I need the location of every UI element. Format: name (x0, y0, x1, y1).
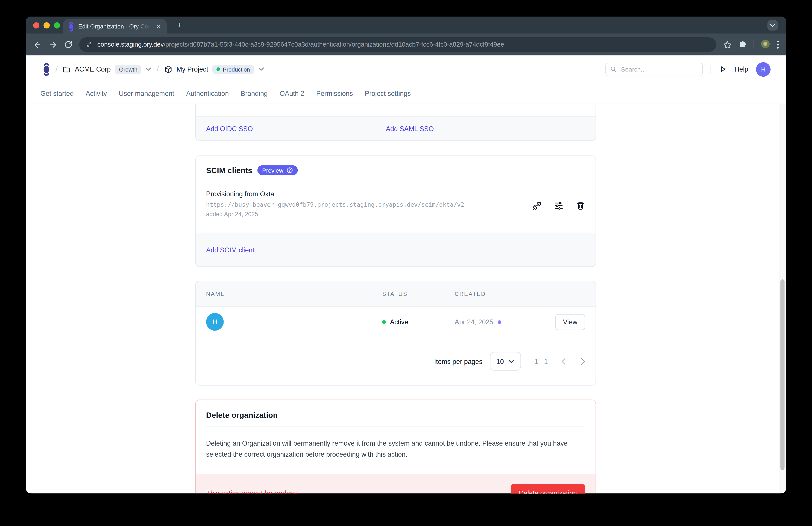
help-circle-icon (286, 167, 293, 174)
header-right-tools: Help H (606, 62, 770, 76)
sso-card-body (196, 104, 596, 117)
created-date: Apr 24, 2025 (455, 318, 493, 326)
scim-clients-card: SCIM clients Preview Provisioning from O… (195, 155, 596, 267)
zoom-window-button[interactable] (54, 22, 60, 28)
cannot-undo-warning: This action cannot be undone. (206, 489, 300, 494)
chevron-down-icon (146, 67, 151, 71)
items-per-page-label: Items per pages (434, 357, 482, 365)
macos-traffic-lights (33, 22, 60, 28)
scim-client-url: https://busy-beaver-gqwvd0fb79.projects.… (206, 201, 464, 209)
tab-title: Edit Organization - Ory Conso (78, 24, 151, 30)
close-window-button[interactable] (33, 22, 39, 28)
scim-clients-title: SCIM clients (206, 166, 252, 175)
search-input[interactable] (620, 65, 698, 73)
browser-toolbar: console.staging.ory.dev/projects/d087b7a… (26, 34, 786, 56)
tab-search-button[interactable] (767, 20, 778, 31)
workspace-plan-badge: Growth (115, 65, 142, 74)
tab-close-icon[interactable]: ✕ (156, 23, 162, 30)
page-size-select[interactable]: 10 (490, 352, 521, 371)
page-scrollbar[interactable] (779, 104, 786, 494)
breadcrumb-separator: / (55, 65, 58, 74)
next-page-icon[interactable] (581, 358, 585, 365)
browser-tab[interactable]: Edit Organization - Ory Conso ✕ (63, 19, 166, 34)
new-tab-button[interactable]: + (174, 20, 186, 31)
url-text: console.staging.ory.dev/projects/d087b7a… (97, 41, 504, 48)
breadcrumb-separator: / (157, 65, 159, 74)
play-icon[interactable] (719, 65, 727, 73)
project-selector[interactable]: My Project Production (164, 65, 264, 74)
forward-button[interactable] (49, 40, 58, 49)
nav-user-management[interactable]: User management (119, 89, 174, 97)
breadcrumb: / ACME Corp Growth / (42, 62, 264, 76)
test-connection-plug-icon[interactable] (533, 194, 542, 217)
preview-badge[interactable]: Preview (258, 166, 298, 175)
ory-favicon (68, 22, 74, 31)
status-label: Active (390, 318, 408, 326)
add-scim-client-link[interactable]: Add SCIM client (206, 246, 255, 254)
add-oidc-sso-link[interactable]: Add OIDC SSO (206, 125, 386, 132)
nav-authentication[interactable]: Authentication (186, 89, 229, 97)
delete-trash-icon[interactable] (576, 194, 585, 217)
site-info-icon[interactable] (85, 41, 93, 48)
nav-get-started[interactable]: Get started (40, 89, 74, 97)
extensions-puzzle-icon[interactable] (739, 40, 747, 49)
scim-client-name: Provisioning from Okta (206, 190, 464, 198)
nav-oauth2[interactable]: OAuth 2 (279, 89, 304, 97)
nav-branding[interactable]: Branding (241, 89, 267, 97)
url-domain: console.staging.ory.dev (97, 41, 164, 48)
help-link[interactable]: Help (734, 65, 748, 73)
pagination: Items per pages 10 1 - 1 (196, 338, 596, 385)
workspace-selector[interactable]: ACME Corp Growth (63, 65, 151, 74)
browser-window: Edit Organization - Ory Conso ✕ + (26, 17, 786, 493)
configure-sliders-icon[interactable] (554, 194, 563, 217)
minimize-window-button[interactable] (43, 22, 50, 28)
workspace-name: ACME Corp (75, 65, 111, 73)
search-icon (610, 66, 617, 73)
column-status: STATUS (382, 291, 455, 297)
production-dot (216, 67, 220, 71)
page-content: Add OIDC SSO Add SAML SSO SCIM clients P… (26, 104, 786, 494)
row-avatar: H (206, 313, 224, 331)
screen: Edit Organization - Ory Conso ✕ + (0, 0, 812, 526)
scim-card-footer: Add SCIM client (196, 233, 596, 266)
sso-card-footer: Add OIDC SSO Add SAML SSO (196, 117, 596, 140)
chevron-down-icon (258, 67, 264, 71)
app-header: / ACME Corp Growth / (26, 55, 786, 83)
delete-organization-description: Deleting an Organization will permanentl… (196, 427, 596, 473)
chevron-down-icon (509, 359, 514, 363)
project-name: My Project (176, 65, 208, 73)
bookmark-star-icon[interactable] (723, 40, 732, 49)
ory-logo[interactable] (42, 62, 50, 76)
back-button[interactable] (33, 40, 42, 49)
add-saml-sso-link[interactable]: Add SAML SSO (386, 125, 434, 132)
url-path: /projects/d087b7a1-55f3-440c-a3c9-929564… (164, 41, 504, 48)
delete-organization-footer: This action cannot be undone. Delete org… (196, 473, 596, 493)
chevron-down-icon (770, 24, 775, 27)
delete-organization-button[interactable]: Delete organization (511, 484, 585, 493)
previous-page-icon[interactable] (561, 358, 566, 365)
organization-table-card: NAME STATUS CREATED H Active Apr 24, 202… (195, 281, 596, 386)
user-avatar[interactable]: H (756, 62, 770, 76)
nav-permissions[interactable]: Permissions (316, 89, 353, 97)
reload-button[interactable] (64, 40, 73, 49)
scim-client-row: Provisioning from Okta https://busy-beav… (196, 182, 596, 233)
scrollbar-thumb[interactable] (781, 279, 785, 470)
preview-badge-label: Preview (262, 167, 283, 173)
nav-project-settings[interactable]: Project settings (365, 89, 411, 97)
browser-profile-avatar[interactable] (761, 40, 770, 49)
search-box[interactable] (606, 62, 703, 76)
address-bar[interactable]: console.staging.ory.dev/projects/d087b7a… (79, 37, 716, 52)
toolbar-divider (754, 40, 754, 49)
project-env-label: Production (223, 66, 250, 72)
package-icon (164, 65, 172, 73)
folder-icon (63, 66, 71, 73)
table-header: NAME STATUS CREATED (196, 281, 596, 307)
nav-activity[interactable]: Activity (86, 89, 107, 97)
browser-menu-icon[interactable] (777, 40, 779, 49)
created-dot (498, 320, 501, 324)
view-button[interactable]: View (555, 314, 585, 330)
table-row[interactable]: H Active Apr 24, 2025 View (196, 307, 596, 337)
delete-organization-title: Delete organization (206, 411, 585, 420)
column-name: NAME (206, 291, 382, 297)
page-size-value: 10 (496, 357, 504, 365)
